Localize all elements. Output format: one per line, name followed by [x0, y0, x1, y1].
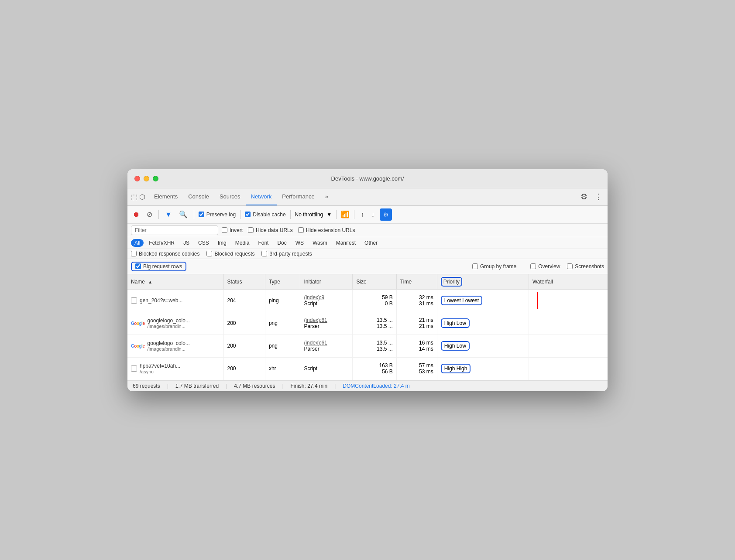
col-initiator[interactable]: Initiator [300, 274, 353, 290]
screenshots-text: Screenshots [575, 263, 604, 270]
row4-checkbox[interactable] [131, 365, 137, 372]
type-filter-media[interactable]: Media [232, 239, 253, 247]
group-by-frame-checkbox[interactable] [472, 263, 478, 269]
close-button[interactable] [134, 176, 140, 181]
type-filter-js[interactable]: JS [180, 239, 193, 247]
type-filter-other[interactable]: Other [361, 239, 381, 247]
invert-checkbox[interactable] [222, 227, 227, 233]
type-filter-doc[interactable]: Doc [274, 239, 290, 247]
row2-size: 13.5 ... 13.5 ... [353, 312, 396, 335]
filter-input[interactable] [131, 225, 218, 235]
separator-1 [158, 210, 159, 219]
col-name[interactable]: Name ▲ [127, 274, 223, 290]
sort-arrow: ▲ [148, 280, 152, 284]
type-filter-font[interactable]: Font [254, 239, 272, 247]
screenshots-label[interactable]: Screenshots [567, 263, 604, 270]
row4-name[interactable]: hpba?vet=10ah... /async [127, 357, 223, 380]
separator-3 [240, 210, 240, 219]
preserve-log-label: Preserve log [206, 212, 236, 218]
download-icon[interactable]: ↓ [369, 209, 376, 220]
tab-sources[interactable]: Sources [214, 188, 246, 205]
hide-ext-checkbox-label[interactable]: Hide extension URLs [298, 227, 355, 233]
row3-icon: Google [131, 344, 144, 348]
throttle-arrow[interactable]: ▼ [326, 212, 332, 218]
table-row: gen_204?s=web... 204 ping (index):9 Scri… [127, 289, 608, 312]
overview-label[interactable]: Overview [530, 263, 560, 270]
row1-name[interactable]: gen_204?s=web... [127, 289, 223, 312]
row2-priority: High Low [437, 312, 529, 335]
hide-ext-checkbox[interactable] [298, 227, 304, 233]
devtools-window: DevTools - www.google.com/ ⬚ ⬡ Elements … [127, 169, 608, 391]
row1-type: ping [265, 289, 300, 312]
disable-cache-checkbox[interactable] [245, 212, 251, 217]
type-filter-ws[interactable]: WS [292, 239, 307, 247]
preserve-log-checkbox-label[interactable]: Preserve log [199, 212, 236, 218]
group-by-frame-label[interactable]: Group by frame [472, 263, 516, 270]
invert-checkbox-label[interactable]: Invert [222, 227, 243, 233]
settings-icon[interactable]: ⚙ [579, 190, 589, 203]
row4-time: 57 ms 53 ms [396, 357, 437, 380]
col-waterfall[interactable]: Waterfall [529, 274, 608, 290]
type-filter-all[interactable]: All [131, 239, 144, 247]
filter-button[interactable]: ▼ [163, 209, 174, 220]
big-request-rows-checkbox[interactable] [135, 263, 141, 269]
blocked-cookies-label[interactable]: Blocked response cookies [131, 251, 199, 257]
record-button[interactable]: ⏺ [131, 209, 141, 220]
row4-size: 163 B 56 B [353, 357, 396, 380]
tab-network[interactable]: Network [246, 188, 277, 205]
hide-data-checkbox[interactable] [248, 227, 254, 233]
overview-checkbox[interactable] [530, 263, 536, 269]
tab-console[interactable]: Console [183, 188, 214, 205]
col-priority[interactable]: Priority [437, 274, 529, 290]
search-button[interactable]: 🔍 [177, 208, 189, 220]
type-filter-manifest[interactable]: Manifest [333, 239, 359, 247]
throttle-label: No throttling [295, 212, 323, 218]
screenshots-checkbox[interactable] [567, 263, 573, 269]
hide-data-checkbox-label[interactable]: Hide data URLs [248, 227, 293, 233]
preserve-log-checkbox[interactable] [199, 212, 204, 217]
type-filter-css[interactable]: CSS [195, 239, 213, 247]
maximize-button[interactable] [153, 176, 158, 181]
finish-time: Finish: 27.4 min [291, 383, 328, 389]
tab-more[interactable]: » [320, 188, 333, 205]
type-filter-fetch-xhr[interactable]: Fetch/XHR [145, 239, 178, 247]
network-toolbar: ⏺ ⊘ ▼ 🔍 Preserve log Disable cache No th… [127, 206, 608, 224]
network-settings-button[interactable]: ⚙ [380, 208, 392, 221]
upload-icon[interactable]: ↑ [359, 209, 366, 220]
row1-checkbox[interactable] [131, 297, 137, 304]
disable-cache-checkbox-label[interactable]: Disable cache [245, 212, 285, 218]
col-status[interactable]: Status [223, 274, 265, 290]
row3-status: 200 [223, 335, 265, 357]
col-size[interactable]: Size [353, 274, 396, 290]
clear-button[interactable]: ⊘ [145, 208, 154, 220]
cursor-icon[interactable]: ⬚ [131, 193, 137, 201]
third-party-checkbox[interactable] [261, 251, 267, 256]
row2-name[interactable]: Google googlelogo_colo... /images/brandi… [127, 312, 223, 335]
tab-elements[interactable]: Elements [149, 188, 183, 205]
inspect-icon[interactable]: ⬡ [139, 193, 145, 201]
devtools-tab-bar: ⬚ ⬡ Elements Console Sources Network Per… [127, 188, 608, 206]
big-request-rows-label[interactable]: Big request rows [135, 263, 182, 270]
wifi-icon[interactable]: 📶 [341, 210, 350, 219]
col-type[interactable]: Type [265, 274, 300, 290]
window-title: DevTools - www.google.com/ [331, 175, 404, 182]
row1-size: 59 B 0 B [353, 289, 396, 312]
blocked-cookies-checkbox[interactable] [131, 251, 137, 256]
row3-name[interactable]: Google googlelogo_colo... /images/brandi… [127, 335, 223, 357]
group-by-frame-text: Group by frame [480, 263, 516, 270]
type-filter-img[interactable]: Img [214, 239, 230, 247]
col-time[interactable]: Time [396, 274, 437, 290]
minimize-button[interactable] [144, 176, 149, 181]
overview-text: Overview [538, 263, 560, 270]
separator-5 [336, 210, 337, 219]
third-party-label[interactable]: 3rd-party requests [261, 251, 312, 257]
blocked-requests-checkbox[interactable] [206, 251, 212, 256]
type-filter-wasm[interactable]: Wasm [309, 239, 331, 247]
invert-label: Invert [230, 227, 243, 233]
separator-2 [194, 210, 194, 219]
blocked-requests-label[interactable]: Blocked requests [206, 251, 254, 257]
request-count: 69 requests [133, 383, 160, 389]
options-row: Big request rows Group by frame Overview… [127, 259, 608, 274]
tab-performance[interactable]: Performance [277, 188, 319, 205]
more-icon[interactable]: ⋮ [593, 190, 604, 203]
